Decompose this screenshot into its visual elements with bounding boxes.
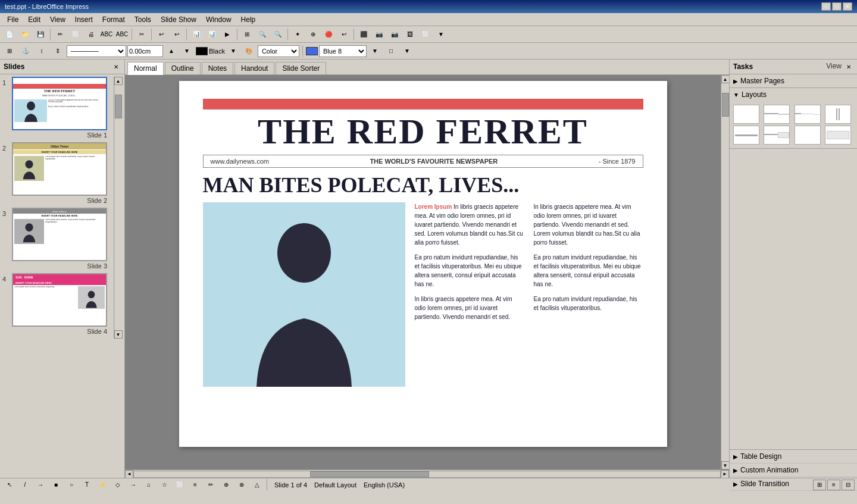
slide-item-1[interactable]: 1 THE RED FERRET MAN BITES POLECAT, LIVE… (2, 77, 114, 139)
spell2-button[interactable]: ABC (115, 28, 129, 41)
zoom-button[interactable]: 🔍 (255, 28, 270, 41)
fontwork-tool[interactable]: ⊗ (234, 478, 249, 492)
scroll-thumb[interactable] (115, 95, 122, 118)
tab-notes[interactable]: Notes (202, 62, 233, 74)
diamond-tool[interactable]: ◇ (111, 478, 125, 492)
line-width-up[interactable]: ▲ (164, 45, 179, 58)
shadow-button[interactable]: □ (384, 45, 398, 58)
ellipse-tool[interactable]: ○ (64, 478, 79, 492)
rotate-button[interactable]: ↕ (35, 45, 49, 58)
menu-view[interactable]: View (45, 14, 70, 25)
tb-btn4[interactable]: ↩ (337, 28, 351, 41)
slide-thumb-3[interactable]: Daily Tribune INSERT YOUR HEADLINE HERE (12, 208, 107, 261)
scroll-up-arrow[interactable]: ▲ (114, 77, 123, 85)
tb-btn6[interactable]: 📷 (372, 28, 386, 41)
lightning-tool[interactable]: ⚡ (95, 478, 110, 492)
new-button[interactable]: 📄 (2, 28, 17, 41)
slide-transition-item[interactable]: ▶ Slide Transition (730, 477, 857, 491)
grid-button[interactable]: ⊞ (240, 28, 254, 41)
scroll-down-arrow[interactable]: ▼ (114, 330, 123, 339)
canvas-scroll-thumb-v[interactable] (722, 93, 729, 117)
effects-tool[interactable]: ⊕ (219, 478, 233, 492)
layout-text-two[interactable] (795, 126, 821, 145)
layout-blank[interactable] (733, 105, 759, 124)
slides-close-button[interactable]: ✕ (111, 62, 121, 71)
callout-tool[interactable]: ⬜ (173, 478, 187, 492)
master-pages-header[interactable]: ▶ Master Pages (730, 74, 857, 87)
rotate-tool[interactable]: △ (250, 478, 264, 492)
canvas-scroll-down[interactable]: ▼ (721, 461, 730, 469)
tb-btn7[interactable]: 📷 (387, 28, 402, 41)
maximize-button[interactable]: □ (832, 2, 842, 11)
layout-centered[interactable] (764, 126, 790, 145)
rotate2-button[interactable]: ⇕ (51, 45, 65, 58)
menu-insert[interactable]: Insert (70, 14, 98, 25)
slide-thumb-1[interactable]: THE RED FERRET MAN BITES POLECAT, LIVES.… (12, 77, 107, 130)
canvas-scroll-up[interactable]: ▲ (721, 75, 730, 83)
connector-tool[interactable]: → (126, 478, 140, 492)
tb-btn10[interactable]: ▼ (434, 28, 448, 41)
slide-item-4[interactable]: 4 SUN SHINE INSERT YOUR HEADLINE HERE Lo… (2, 273, 114, 335)
tb-btn1[interactable]: ✦ (290, 28, 305, 41)
media-button[interactable]: ▶ (220, 28, 234, 41)
undo-button[interactable]: ↩ (154, 28, 168, 41)
open-button[interactable]: 📁 (18, 28, 32, 41)
table-design-item[interactable]: ▶ Table Design (730, 450, 857, 464)
line-width-down[interactable]: ▼ (180, 45, 194, 58)
layouts-header[interactable]: ▼ Layouts (730, 88, 857, 101)
slide-thumb-4[interactable]: SUN SHINE INSERT YOUR HEADLINE HERE Lore… (12, 273, 107, 327)
slide-canvas[interactable]: THE RED FERRET www.dailynews.com THE WOR… (125, 75, 721, 469)
fill-color-dropdown[interactable]: ▼ (368, 45, 382, 58)
view-label[interactable]: View (826, 62, 842, 71)
tb-btn3[interactable]: 🔴 (321, 28, 336, 41)
custom-animation-item[interactable]: ▶ Custom Animation (730, 464, 857, 477)
menu-file[interactable]: File (2, 14, 23, 25)
tab-slide-sorter[interactable]: Slide Sorter (276, 62, 326, 74)
tasks-close-button[interactable]: ✕ (844, 62, 853, 71)
slide-item-3[interactable]: 3 Daily Tribune INSERT YOUR HEADLINE HER… (2, 208, 114, 270)
menu-format[interactable]: Format (98, 14, 130, 25)
menu-window[interactable]: Window (201, 14, 236, 25)
minimize-button[interactable]: – (821, 2, 831, 11)
tab-handout[interactable]: Handout (234, 62, 274, 74)
chart2-button[interactable]: 📊 (205, 28, 219, 41)
menu-slideshow[interactable]: Slide Show (156, 14, 201, 25)
menu-edit[interactable]: Edit (23, 14, 45, 25)
more-button[interactable]: ▼ (400, 45, 414, 58)
undo2-button[interactable]: ↩ (170, 28, 184, 41)
more-shapes-tool[interactable]: ≡ (188, 478, 202, 492)
tb-btn9[interactable]: ⬜ (418, 28, 433, 41)
layout-content[interactable] (795, 105, 821, 124)
tb-btn8[interactable]: 🖼 (403, 28, 417, 41)
text-tool[interactable]: T (80, 478, 94, 492)
tab-outline[interactable]: Outline (165, 62, 201, 74)
arrow-tool[interactable]: → (33, 478, 48, 492)
h-scroll-thumb[interactable] (310, 471, 429, 477)
tab-normal[interactable]: Normal (127, 62, 164, 75)
layout-full[interactable] (825, 126, 851, 145)
tb-btn2[interactable]: ⊕ (306, 28, 320, 41)
menu-help[interactable]: Help (236, 14, 261, 25)
fill-style-select[interactable]: Color (258, 45, 299, 57)
zoom2-button[interactable]: 🔍 (271, 28, 285, 41)
cut-button[interactable]: ✂ (135, 28, 149, 41)
layout-title-only[interactable] (733, 126, 759, 145)
menu-tools[interactable]: Tools (130, 14, 156, 25)
pencil-tool[interactable]: ✏ (204, 478, 218, 492)
slide-item-2[interactable]: 2 Olden Times INSERT YOUR HEADLINE HERE (2, 142, 114, 204)
anchor-button[interactable]: ⚓ (18, 45, 33, 58)
slide-thumb-2[interactable]: Olden Times INSERT YOUR HEADLINE HERE (12, 142, 107, 196)
color-picker[interactable]: 🎨 (242, 45, 256, 58)
line-width-input[interactable] (127, 45, 163, 57)
canvas-scroll-right[interactable]: ► (721, 470, 729, 478)
tb-btn5[interactable]: ⬛ (356, 28, 371, 41)
chart-button[interactable]: 📊 (189, 28, 204, 41)
edit2-button[interactable]: ⬜ (68, 28, 83, 41)
canvas-scroll-left[interactable]: ◄ (125, 470, 133, 478)
close-button[interactable]: ✕ (843, 2, 852, 11)
color-dropdown[interactable]: ▼ (226, 45, 240, 58)
layout-two-col[interactable] (825, 105, 851, 124)
layout-title[interactable] (764, 105, 790, 124)
star-tool[interactable]: ☆ (157, 478, 171, 492)
flowchart-tool[interactable]: ⌂ (142, 478, 156, 492)
